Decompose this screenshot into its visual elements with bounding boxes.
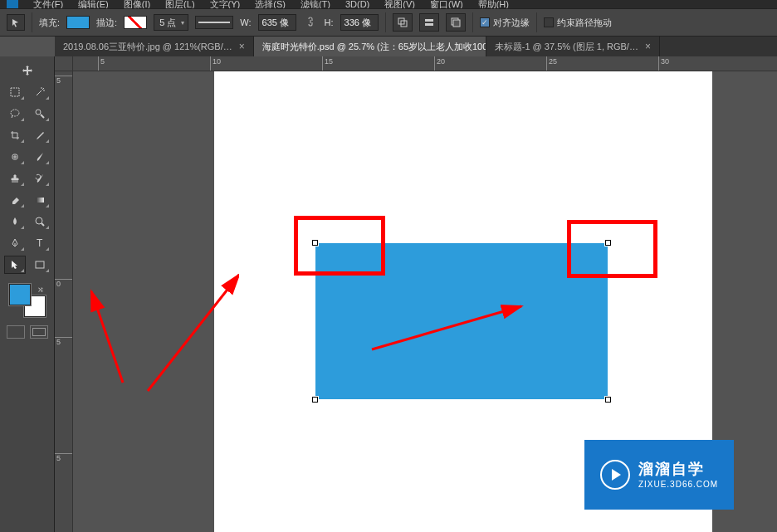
stroke-width-dropdown[interactable]: 5 点 [154, 14, 188, 31]
menu-type[interactable]: 文字(Y) [210, 0, 241, 8]
svg-text:T: T [37, 237, 43, 249]
tool-type[interactable]: T [29, 234, 51, 252]
menu-select[interactable]: 选择(S) [255, 0, 286, 8]
svg-point-7 [11, 110, 19, 116]
menu-layer[interactable]: 图层(L) [165, 0, 194, 8]
fill-swatch[interactable] [66, 16, 90, 29]
separator [472, 12, 473, 32]
stroke-label: 描边: [96, 17, 117, 29]
menu-image[interactable]: 图像(I) [124, 0, 150, 8]
app-logo [7, 0, 18, 8]
document-tab[interactable]: 2019.08.06三亚特价.jpg @ 121%(RGB/…× [55, 37, 254, 56]
svg-rect-2 [425, 19, 433, 22]
tool-pen[interactable] [4, 234, 26, 252]
options-bar: 填充: 描边: 5 点 W: 635 像 H: 336 像 ✓对齐边缘 约束路径… [0, 8, 777, 37]
separator [385, 12, 386, 32]
link-wh-icon[interactable] [303, 15, 318, 30]
fill-label: 填充: [39, 17, 60, 29]
tool-eyedropper[interactable] [29, 126, 51, 144]
menu-bar: 文件(F) 编辑(E) 图像(I) 图层(L) 文字(Y) 选择(S) 滤镜(T… [0, 0, 777, 8]
tool-lasso[interactable] [4, 105, 26, 123]
tool-move[interactable] [17, 61, 38, 80]
svg-rect-5 [453, 20, 460, 27]
separator [32, 12, 32, 32]
watermark-title: 溜溜自学 [638, 460, 718, 479]
close-icon[interactable]: × [239, 41, 245, 52]
tool-eraser[interactable] [4, 191, 26, 209]
menu-file[interactable]: 文件(F) [33, 0, 63, 8]
svg-rect-13 [36, 261, 44, 268]
svg-rect-6 [11, 88, 19, 96]
tool-preset-picker[interactable] [7, 14, 25, 31]
svg-rect-3 [425, 23, 433, 26]
menu-edit[interactable]: 编辑(E) [78, 0, 109, 8]
path-ops-button[interactable] [393, 13, 413, 32]
tool-stamp[interactable] [4, 169, 26, 188]
width-field[interactable]: 635 像 [258, 14, 296, 31]
quick-mask-icon[interactable] [7, 325, 25, 339]
tool-crop[interactable] [4, 126, 26, 144]
tool-blur[interactable] [4, 212, 26, 231]
close-icon[interactable]: × [645, 41, 651, 52]
svg-rect-10 [36, 198, 44, 203]
foreground-color[interactable] [9, 284, 31, 305]
width-label: W: [240, 17, 251, 27]
play-icon [600, 460, 630, 490]
ruler-origin[interactable] [55, 56, 73, 71]
height-field[interactable]: 336 像 [340, 14, 379, 31]
tool-gradient[interactable] [29, 191, 51, 209]
constrain-checkbox[interactable]: 约束路径拖动 [544, 17, 612, 29]
tool-quickselect[interactable] [29, 105, 51, 123]
height-label: H: [325, 17, 334, 27]
ruler-vertical[interactable]: 5 0 5 5 [55, 71, 73, 532]
align-edges-checkbox[interactable]: ✓对齐边缘 [480, 17, 530, 29]
tool-shape[interactable] [29, 256, 51, 274]
anchor-handle[interactable] [312, 397, 318, 403]
menu-window[interactable]: 窗口(W) [430, 0, 463, 8]
watermark: 溜溜自学 ZIXUE.3D66.COM [584, 440, 734, 510]
stroke-swatch[interactable] [124, 16, 147, 29]
tool-history-brush[interactable] [29, 169, 51, 188]
document-tab[interactable]: 海庭时光特价.psd @ 25.7% (注：65岁以上老人加收100元附加费…× [254, 37, 486, 56]
watermark-url: ZIXUE.3D66.COM [638, 479, 718, 490]
menu-help[interactable]: 帮助(H) [478, 0, 509, 8]
toolbox: T ⤭ [0, 56, 55, 532]
separator [536, 12, 537, 32]
stroke-style-dropdown[interactable] [195, 16, 233, 29]
tool-healing[interactable] [4, 148, 26, 166]
tool-wand[interactable] [29, 83, 51, 101]
color-picker[interactable]: ⤭ [9, 284, 46, 317]
annotation-box [567, 220, 657, 278]
document-tab-bar: 2019.08.06三亚特价.jpg @ 121%(RGB/…× 海庭时光特价.… [55, 37, 777, 56]
svg-point-8 [36, 110, 41, 115]
swap-colors-icon[interactable]: ⤭ [37, 286, 44, 294]
menu-filter[interactable]: 滤镜(T) [301, 0, 330, 8]
path-align-button[interactable] [419, 13, 439, 32]
screen-mode-icon[interactable] [30, 325, 48, 339]
path-arrange-button[interactable] [446, 13, 466, 32]
tool-brush[interactable] [29, 148, 51, 166]
menu-view[interactable]: 视图(V) [384, 0, 415, 8]
document-tab[interactable]: 未标题-1 @ 37.5% (图层 1, RGB/…× [486, 37, 660, 56]
ruler-horizontal[interactable]: 5 10 15 20 25 30 [73, 56, 777, 71]
annotation-box [294, 216, 385, 276]
tool-dodge[interactable] [29, 212, 51, 231]
tool-path-select[interactable] [4, 256, 26, 274]
tool-marquee[interactable] [4, 83, 26, 101]
menu-3d[interactable]: 3D(D) [345, 0, 369, 8]
svg-line-15 [91, 291, 123, 383]
svg-point-11 [36, 217, 42, 224]
anchor-handle[interactable] [605, 397, 611, 403]
